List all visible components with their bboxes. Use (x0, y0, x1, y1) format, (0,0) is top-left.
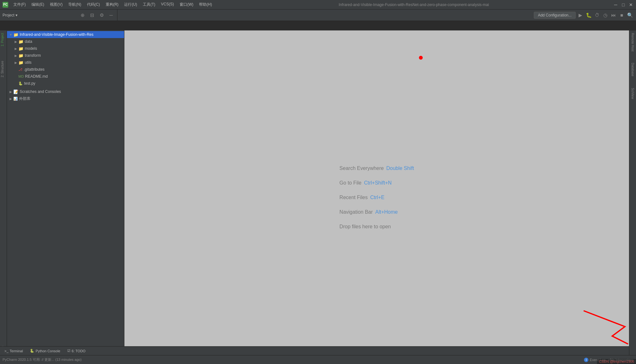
tree-item-data[interactable]: ▶ 📁 data (7, 38, 124, 45)
hint-gotofile-text: Go to File (340, 180, 361, 186)
profile-button[interactable]: ◷ (602, 12, 609, 19)
python-console-tab[interactable]: 🐍 Python Console (27, 348, 63, 354)
tree-item-scratches[interactable]: ▶ 📝 Scratches and Consoles (7, 88, 124, 95)
collapse-icon[interactable]: ⊟ (89, 12, 96, 19)
status-bar: PyCharm 2020.1.5 可用: // 更新... (13 minute… (0, 355, 636, 364)
tree-label-transform: transform (25, 53, 41, 58)
toolbar: Project ▾ ⊕ ⊟ ⚙ ─ Add Configuration... ▶… (0, 10, 636, 21)
tree-item-readme[interactable]: MD README.md (7, 73, 124, 80)
tree-label-root: Infrared-and-Visible-Image-Fusion-with-R… (20, 32, 94, 37)
left-panel-tabs: 1: Project 2: Structure Favorites (0, 30, 7, 364)
menu-item[interactable]: 重构(R) (103, 1, 121, 8)
sidebar-toolbar: Project ▾ ⊕ ⊟ ⚙ ─ (0, 10, 117, 21)
project-label: Project ▾ (3, 13, 17, 17)
hint-gotofile-shortcut: Ctrl+Shift+N (364, 180, 392, 186)
close-button[interactable]: ✕ (628, 2, 633, 7)
title-bar: PC 文件(F)编辑(E)视图(V)导航(N)代码(C)重构(R)运行(U)工具… (0, 0, 636, 10)
tree-item-gitattributes[interactable]: ⎇ .gitattributes (7, 66, 124, 73)
folder-icon-data: 📁 (18, 39, 23, 44)
terminal-icon: >_ (4, 349, 9, 353)
welcome-content: Search Everywhere Double Shift Go to Fil… (340, 166, 414, 230)
editor-area: Search Everywhere Double Shift Go to Fil… (124, 30, 629, 364)
sidebar-item-project[interactable]: 1: Project (0, 30, 7, 49)
hint-navbar-shortcut: Alt+Home (375, 209, 398, 215)
minimize-button[interactable]: ─ (613, 2, 618, 7)
folder-icon-transform: 📁 (18, 53, 23, 58)
tree-arrow-transform[interactable]: ▶ (13, 54, 18, 57)
menu-item[interactable]: 窗口(W) (177, 1, 196, 8)
menu-item[interactable]: 工具(T) (140, 1, 158, 8)
menu-bar: 文件(F)编辑(E)视图(V)导航(N)代码(C)重构(R)运行(U)工具(T)… (11, 1, 215, 8)
tree-arrow-root[interactable]: ▼ (8, 33, 13, 36)
tree-arrow-scratches[interactable]: ▶ (8, 90, 13, 94)
right-panel-sciview[interactable]: SciView (630, 85, 635, 101)
window-controls: ─ □ ✕ (613, 2, 633, 7)
tree-label-scratches: Scratches and Consoles (20, 89, 61, 94)
hint-recent-shortcut: Ctrl+E (370, 195, 385, 200)
tree-label-data: data (25, 39, 32, 44)
python-console-tab-label: Python Console (36, 349, 60, 353)
scratches-icon: 📝 (13, 89, 18, 94)
tree-label-readme: README.md (25, 74, 48, 79)
tree-item-models[interactable]: ▶ 📁 models (7, 45, 124, 52)
add-config-button[interactable]: Add Configuration... (534, 12, 576, 19)
tree-item-testpy[interactable]: 🐍 test.py (7, 80, 124, 87)
folder-icon-utils: 📁 (18, 60, 23, 65)
menu-item[interactable]: 帮助(H) (196, 1, 215, 8)
right-panel-remote-host[interactable]: Remote Host (630, 30, 635, 54)
hint-drop-text: Drop files here to open (340, 224, 391, 230)
hint-recent-text: Recent Files (340, 195, 368, 200)
menu-item[interactable]: 文件(F) (11, 1, 28, 8)
tree-item-utils[interactable]: ▶ 📁 utils (7, 59, 124, 66)
tree-arrow-data[interactable]: ▶ (13, 40, 18, 43)
tree-label-testpy: test.py (24, 81, 35, 86)
step-over[interactable]: ⏭ (610, 12, 617, 19)
tree-label-utils: utils (25, 60, 31, 65)
terminal-tab[interactable]: >_ Terminal (1, 348, 26, 354)
menu-item[interactable]: 导航(N) (66, 1, 84, 8)
tree-label-external: 外部库 (19, 96, 30, 101)
tree-arrow-utils[interactable]: ▶ (13, 61, 18, 64)
menu-item[interactable]: 代码(C) (84, 1, 103, 8)
tree-item-root[interactable]: ▼ 📁 Infrared-and-Visible-Image-Fusion-wi… (7, 31, 124, 38)
hint-gotofile: Go to File Ctrl+Shift+N (340, 180, 392, 186)
menu-item[interactable]: 运行(U) (122, 1, 140, 8)
search-everywhere-icon[interactable]: 🔍 (626, 12, 633, 19)
maximize-button[interactable]: □ (621, 2, 626, 7)
sync-icon[interactable]: ⊕ (79, 12, 86, 19)
tree-item-external[interactable]: ▶ 📊 外部库 (7, 95, 124, 102)
right-panel-database[interactable]: Database (630, 60, 635, 79)
window-title: Infrared-and-Visible-Image-Fusion-with-R… (215, 3, 613, 7)
debug-button[interactable]: 🐛 (585, 12, 592, 19)
file-icon-git: ⎇ (18, 68, 23, 72)
folder-icon-models: 📁 (18, 46, 23, 51)
hint-navbar-text: Navigation Bar (340, 209, 373, 215)
menu-item[interactable]: VCS(S) (158, 1, 176, 8)
run-button[interactable]: ▶ (577, 12, 584, 19)
stop-button[interactable]: ■ (618, 12, 625, 19)
python-console-icon: 🐍 (30, 349, 34, 353)
hint-drop: Drop files here to open (340, 224, 391, 230)
menu-item[interactable]: 视图(V) (47, 1, 65, 8)
file-icon-py: 🐍 (18, 81, 23, 86)
file-icon-md: MD (18, 75, 24, 78)
hint-navbar: Navigation Bar Alt+Home (340, 209, 398, 215)
project-sidebar: ▼ 📁 Infrared-and-Visible-Image-Fusion-wi… (7, 30, 124, 364)
todo-tab[interactable]: ☑ 6: TODO (64, 348, 89, 354)
hint-search: Search Everywhere Double Shift (340, 166, 414, 171)
tree-arrow-models[interactable]: ▶ (13, 47, 18, 50)
folder-icon-root: 📁 (13, 32, 18, 37)
hide-icon[interactable]: ─ (108, 12, 115, 19)
file-tree: ▼ 📁 Infrared-and-Visible-Image-Fusion-wi… (7, 30, 124, 364)
todo-icon: ☑ (67, 349, 70, 353)
settings-icon[interactable]: ⚙ (98, 12, 105, 19)
run-with-coverage[interactable]: ⏱ (593, 12, 600, 19)
tree-arrow-external[interactable]: ▶ (8, 97, 13, 101)
sidebar-item-structure[interactable]: 2: Structure (0, 58, 7, 80)
external-icon: 📊 (13, 97, 18, 101)
red-dot (419, 56, 423, 60)
tree-label-models: models (25, 46, 37, 51)
menu-item[interactable]: 编辑(E) (29, 1, 47, 8)
tree-label-gitattributes: .gitattributes (24, 67, 44, 72)
tree-item-transform[interactable]: ▶ 📁 transform (7, 52, 124, 59)
